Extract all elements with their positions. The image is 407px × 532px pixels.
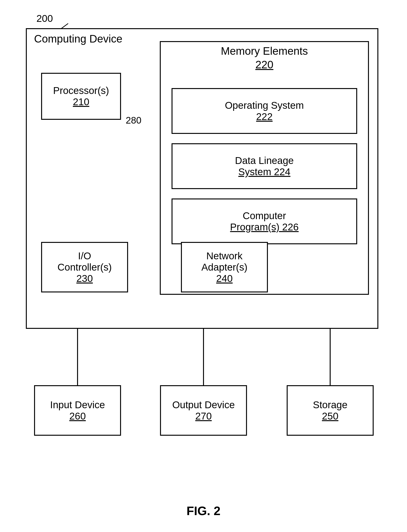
na-line1: Network	[206, 250, 243, 262]
na-line3: 240	[216, 273, 233, 284]
input-line1: Input Device	[50, 399, 105, 411]
io-line3: 230	[76, 273, 93, 284]
processor-box: Processor(s) 210	[41, 73, 121, 120]
processor-line2: 210	[73, 96, 89, 108]
na-line2: Adapter(s)	[201, 262, 247, 273]
input-device-box: Input Device 260	[34, 385, 121, 436]
computer-programs-box: Computer Program(s) 226	[172, 199, 357, 244]
memory-elements-label-line1: Memory Elements	[162, 45, 367, 57]
io-line2: Controller(s)	[57, 262, 112, 273]
network-adapter-box: Network Adapter(s) 240	[181, 242, 268, 293]
io-line1: I/O	[78, 250, 91, 262]
storage-line1: Storage	[313, 399, 347, 411]
figure-label: FIG. 2	[187, 504, 220, 518]
output-device-box: Output Device 270	[160, 385, 247, 436]
ref-200-label: 200	[36, 13, 53, 24]
memory-elements-label-line2: 220	[162, 58, 367, 71]
output-line2: 270	[195, 411, 212, 422]
storage-line2: 250	[322, 411, 338, 422]
dls-line1: Data Lineage	[235, 155, 294, 166]
processor-line1: Processor(s)	[53, 85, 109, 96]
cp-line2: Program(s) 226	[230, 222, 299, 233]
os-line1: Operating System	[225, 100, 304, 111]
operating-system-box: Operating System 222	[172, 88, 357, 134]
os-line2: 222	[256, 111, 273, 122]
dls-line2: System 224	[238, 166, 290, 177]
output-line1: Output Device	[172, 399, 235, 411]
data-lineage-box: Data Lineage System 224	[172, 143, 357, 189]
input-line2: 260	[69, 411, 86, 422]
storage-box: Storage 250	[287, 385, 374, 436]
io-controller-box: I/O Controller(s) 230	[41, 242, 128, 293]
ref-280-label: 280	[126, 115, 141, 126]
computing-device-label: Computing Device	[34, 32, 122, 45]
cp-line1: Computer	[243, 210, 286, 222]
